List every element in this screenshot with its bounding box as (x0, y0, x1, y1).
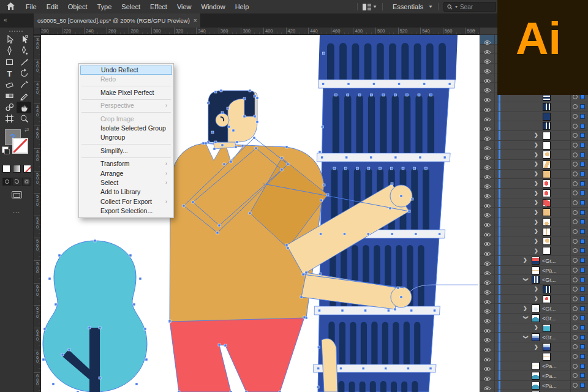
selection-square[interactable] (580, 162, 585, 167)
selection-square[interactable] (580, 104, 585, 109)
target-circle[interactable] (573, 143, 578, 148)
target-circle[interactable] (573, 344, 578, 349)
expand-chevron-icon[interactable]: ❯ (523, 306, 528, 311)
tool-eraser[interactable] (2, 79, 17, 91)
target-circle[interactable] (573, 153, 578, 157)
selection-square[interactable] (580, 344, 585, 349)
tool-curvature[interactable] (17, 45, 31, 57)
tool-shaper[interactable] (17, 79, 31, 91)
layer-row[interactable]: ❯ (480, 198, 588, 208)
expand-chevron-icon[interactable]: ❯ (534, 181, 539, 186)
layer-row[interactable] (480, 112, 588, 122)
tool-hand[interactable] (17, 102, 31, 113)
menu-file[interactable]: File (21, 0, 42, 13)
layer-row[interactable]: ❯ (480, 342, 588, 352)
selection-square[interactable] (580, 143, 585, 148)
target-circle[interactable] (573, 181, 578, 186)
tool-paintbrush[interactable] (17, 56, 31, 68)
layer-row[interactable]: ❯ (480, 246, 588, 256)
layer-thumbnail[interactable] (543, 189, 551, 197)
workspace-switcher-icon[interactable] (363, 4, 371, 10)
selection-square[interactable] (580, 172, 585, 176)
expand-chevron-icon[interactable]: ❯ (523, 335, 528, 340)
target-circle[interactable] (573, 210, 578, 215)
selection-square[interactable] (580, 306, 585, 311)
target-circle[interactable] (573, 325, 578, 330)
search-input[interactable]: ▼ Sear (443, 2, 496, 12)
visibility-eye-icon[interactable] (483, 75, 492, 81)
expand-chevron-icon[interactable]: ❯ (534, 200, 539, 205)
layer-thumbnail[interactable] (543, 179, 551, 187)
selection-square[interactable] (580, 287, 585, 292)
target-circle[interactable] (573, 172, 578, 176)
expand-chevron-icon[interactable]: ❯ (534, 220, 539, 225)
layer-thumbnail[interactable] (543, 208, 551, 216)
visibility-eye-icon[interactable] (483, 296, 492, 303)
visibility-eye-icon[interactable] (483, 133, 492, 139)
layer-thumbnail[interactable] (543, 218, 551, 226)
swap-fill-stroke-icon[interactable]: ⇄ (24, 127, 29, 133)
layer-thumbnail[interactable] (543, 324, 551, 332)
layer-thumbnail[interactable] (543, 199, 551, 207)
layer-row[interactable]: ❯ (480, 323, 588, 333)
expand-chevron-icon[interactable]: ❯ (534, 153, 539, 157)
expand-chevron-icon[interactable]: ❯ (534, 162, 539, 167)
layer-thumbnail[interactable] (532, 382, 540, 390)
tool-rectangle[interactable] (2, 56, 17, 68)
workspace-selector[interactable]: Essentials (388, 0, 428, 13)
layer-thumbnail[interactable] (543, 103, 551, 111)
target-circle[interactable] (573, 268, 578, 273)
selection-square[interactable] (580, 296, 585, 301)
layer-row[interactable]: ❯ (480, 150, 588, 160)
menu-type[interactable]: Type (92, 0, 117, 13)
visibility-eye-icon[interactable] (483, 325, 492, 331)
menu-effect[interactable]: Effect (145, 0, 172, 13)
tool-selection[interactable] (2, 34, 17, 45)
expand-chevron-icon[interactable]: ❯ (523, 277, 528, 282)
tool-zoom[interactable] (17, 113, 31, 125)
selection-square[interactable] (580, 153, 585, 157)
target-circle[interactable] (573, 114, 578, 119)
layer-thumbnail[interactable] (532, 362, 540, 370)
target-circle[interactable] (573, 248, 578, 253)
menu-help[interactable]: Help (230, 0, 254, 13)
target-circle[interactable] (573, 162, 578, 167)
tool-blend[interactable] (2, 102, 17, 113)
layer-row[interactable]: ❯ (480, 208, 588, 217)
context-menu-item-simplify[interactable]: Simplify... (80, 146, 173, 156)
layer-thumbnail[interactable] (543, 353, 551, 361)
selection-square[interactable] (580, 200, 585, 205)
draw-behind-button[interactable] (12, 178, 21, 186)
expand-chevron-icon[interactable]: ❯ (534, 133, 539, 138)
selection-square[interactable] (580, 229, 585, 234)
tree-shape[interactable] (43, 241, 147, 392)
layer-row[interactable]: <Pa... (480, 266, 588, 276)
screen-mode-button[interactable] (12, 191, 22, 198)
horizontal-ruler[interactable]: ^ 20022024026028030032034036038040042044… (34, 28, 480, 35)
layer-thumbnail[interactable] (543, 122, 551, 130)
visibility-eye-icon[interactable] (483, 181, 492, 187)
layer-thumbnail[interactable] (543, 151, 551, 159)
layer-row[interactable]: ❯<Gr... (480, 256, 588, 266)
expand-chevron-icon[interactable]: ❯ (534, 229, 539, 234)
tool-type[interactable]: T (2, 68, 17, 80)
layer-thumbnail[interactable] (543, 247, 551, 255)
expand-chevron-icon[interactable]: ❯ (534, 191, 539, 196)
selection-square[interactable] (580, 133, 585, 138)
visibility-eye-icon[interactable] (483, 344, 492, 350)
visibility-eye-icon[interactable] (483, 277, 492, 283)
layer-row[interactable]: ❯ (480, 170, 588, 179)
layer-thumbnail[interactable] (543, 170, 551, 178)
visibility-eye-icon[interactable] (483, 287, 492, 293)
layer-row[interactable]: ❯ (480, 227, 588, 237)
layer-thumbnail[interactable] (532, 372, 540, 380)
layer-row[interactable]: ❯<Gr... (480, 275, 588, 285)
target-circle[interactable] (573, 373, 578, 378)
context-menu-item-export-selection[interactable]: Export Selection... (80, 206, 173, 216)
ruler-corner[interactable] (34, 28, 41, 35)
selection-square[interactable] (580, 315, 585, 320)
layer-row[interactable]: ❯ (480, 295, 588, 304)
visibility-eye-icon[interactable] (483, 315, 492, 322)
target-circle[interactable] (573, 239, 578, 244)
selection-square[interactable] (580, 268, 585, 273)
